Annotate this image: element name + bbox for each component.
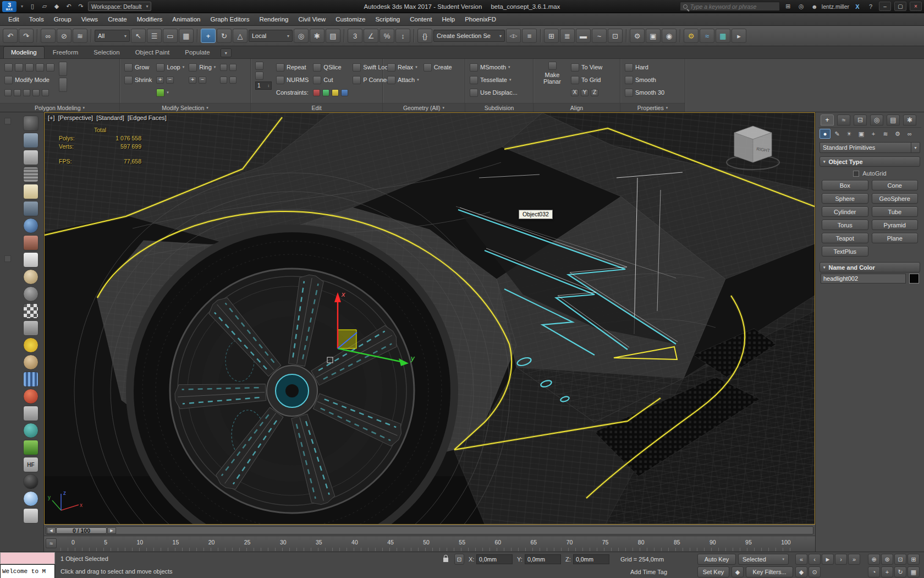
tweak-icon[interactable] bbox=[32, 89, 40, 96]
x-coordinate-field[interactable] bbox=[476, 554, 513, 564]
qslice-button[interactable]: QSlice bbox=[313, 62, 348, 73]
cone-button[interactable]: Cone bbox=[872, 180, 919, 190]
percent-snap-icon[interactable]: % bbox=[380, 29, 394, 43]
next-frame-button[interactable]: › bbox=[835, 554, 847, 565]
curve-editor-icon[interactable]: ~ bbox=[592, 29, 607, 43]
next-frame-button[interactable]: ▶ bbox=[107, 527, 116, 534]
red-sphere-icon[interactable] bbox=[23, 389, 38, 404]
set-key-icon[interactable]: ◆ bbox=[732, 566, 744, 577]
tab-modify[interactable]: ≈ bbox=[837, 114, 850, 126]
undo-icon[interactable]: ↶ bbox=[3, 29, 18, 43]
camera-view-icon[interactable] bbox=[23, 116, 38, 131]
dark-sphere-icon[interactable] bbox=[23, 474, 38, 489]
spinner-snap-icon[interactable]: ↕ bbox=[395, 29, 410, 43]
torus-button[interactable]: Torus bbox=[822, 220, 868, 230]
viewport-menu-shading[interactable]: [Edged Faces] bbox=[128, 114, 167, 121]
restore-button[interactable]: ▢ bbox=[894, 2, 906, 11]
category-geometry-icon[interactable]: ● bbox=[820, 129, 831, 139]
listener-macro-pane[interactable] bbox=[0, 552, 55, 564]
tab-utilities[interactable]: ✱ bbox=[903, 114, 916, 126]
pan-button[interactable]: + bbox=[881, 566, 893, 577]
align-z-button[interactable]: Z bbox=[591, 89, 598, 96]
viewport-menu-pov[interactable]: [Perspective] bbox=[58, 114, 94, 121]
ribbon-toggle-icon[interactable]: ▬ bbox=[576, 29, 591, 43]
ribbon-config-icon[interactable]: ▾ bbox=[221, 48, 232, 57]
polygon-mode-icon[interactable] bbox=[36, 63, 44, 72]
grid-icon[interactable] bbox=[23, 167, 38, 182]
rollout-header-name-color[interactable]: ▾ Name and Color bbox=[820, 262, 920, 272]
category-helpers-icon[interactable]: + bbox=[868, 129, 879, 139]
tiles-icon[interactable] bbox=[23, 372, 38, 387]
element-mode-icon[interactable] bbox=[46, 63, 54, 72]
make-planar-button[interactable]: Make Planar bbox=[538, 62, 566, 103]
zoom-extents-button[interactable]: ⊡ bbox=[894, 554, 906, 565]
ring-grow-button[interactable]: + bbox=[189, 77, 196, 84]
selection-region-icon[interactable]: ▭ bbox=[163, 29, 178, 43]
zoom-all-button[interactable]: ⊛ bbox=[881, 554, 893, 565]
time-slider-groove[interactable]: ◀ 0 / 100 ▶ bbox=[46, 526, 813, 535]
textplus-button[interactable]: TextPlus bbox=[822, 246, 868, 257]
select-and-manipulate-icon[interactable]: ✱ bbox=[310, 29, 324, 43]
max-logo-icon[interactable]: 3 MAX bbox=[2, 1, 16, 12]
phoenixfd-sim-icon[interactable]: ▦ bbox=[716, 29, 730, 43]
to-view-button[interactable]: To View bbox=[571, 62, 602, 73]
shrink-button[interactable]: Shrink bbox=[124, 74, 152, 85]
pencil-icon[interactable] bbox=[23, 406, 38, 421]
globe-icon[interactable] bbox=[23, 423, 38, 438]
repeat-button[interactable]: Repeat bbox=[276, 62, 309, 73]
teapot-button[interactable]: Teapot bbox=[822, 233, 868, 243]
time-slider-handle[interactable]: 0 / 100 bbox=[56, 527, 107, 534]
constraint-normal-icon[interactable] bbox=[341, 89, 348, 96]
menu-edit[interactable]: Edit bbox=[3, 13, 24, 25]
category-more-icon[interactable]: ∞ bbox=[904, 129, 915, 139]
render-production-icon[interactable]: ◉ bbox=[662, 29, 676, 43]
beige-sphere-icon[interactable] bbox=[23, 355, 38, 370]
menu-graph-editors[interactable]: Graph Editors bbox=[205, 13, 254, 25]
sky-sphere-icon[interactable] bbox=[23, 491, 38, 506]
dock-handle-icon[interactable] bbox=[4, 118, 11, 124]
close-button[interactable]: × bbox=[910, 2, 922, 11]
panel-footer-align[interactable]: Align bbox=[534, 103, 620, 112]
ring-shrink-button[interactable]: − bbox=[199, 77, 206, 84]
modify-mode-icon[interactable] bbox=[4, 76, 13, 84]
plane-icon[interactable] bbox=[23, 252, 38, 268]
zoom-button[interactable]: ⊕ bbox=[868, 554, 880, 565]
toolbar-overflow-icon[interactable]: ▸ bbox=[732, 29, 746, 43]
previous-frame-button[interactable]: ◀ bbox=[47, 527, 56, 534]
orbit-button[interactable]: ↻ bbox=[894, 566, 906, 577]
msmooth-button[interactable]: MSmooth ▾ bbox=[470, 62, 518, 73]
menu-phoenixfd[interactable]: PhoenixFD bbox=[460, 13, 501, 25]
selection-filter-dropdown[interactable]: All ▾ bbox=[95, 30, 130, 42]
redo-icon[interactable]: ↷ bbox=[19, 29, 34, 43]
soft-selection-icon[interactable] bbox=[59, 62, 67, 76]
blue-sphere-icon[interactable] bbox=[23, 218, 38, 233]
align-y-button[interactable]: Y bbox=[581, 89, 588, 96]
scene-explorer-icon[interactable]: ⊞ bbox=[544, 29, 559, 43]
hide-icon[interactable] bbox=[42, 89, 49, 96]
vertex-mode-icon[interactable] bbox=[4, 63, 13, 72]
auto-key-button[interactable]: Auto Key bbox=[697, 554, 736, 565]
dock-mini-icon[interactable] bbox=[4, 255, 11, 262]
search-input[interactable] bbox=[690, 3, 777, 10]
tube-button[interactable]: Tube bbox=[872, 206, 919, 217]
select-and-move-icon[interactable]: + bbox=[201, 29, 216, 43]
key-filters-button[interactable]: Key Filters... bbox=[746, 566, 793, 577]
tab-motion[interactable]: ◎ bbox=[870, 114, 883, 126]
select-by-name-icon[interactable]: ☰ bbox=[147, 29, 162, 43]
rendered-frame-window-icon[interactable]: ▣ bbox=[646, 29, 661, 43]
new-scene-icon[interactable]: ▯ bbox=[28, 2, 37, 12]
add-time-tag[interactable]: Add Time Tag bbox=[630, 569, 667, 575]
set-key-button[interactable]: Set Key bbox=[697, 566, 729, 577]
absolute-offset-toggle[interactable]: ⊡ bbox=[454, 554, 464, 565]
phoenixfd-liquid-icon[interactable]: ≈ bbox=[700, 29, 714, 43]
viewport-menu-render-style[interactable]: [Standard] bbox=[96, 114, 124, 121]
ribbon-tab-freeform[interactable]: Freeform bbox=[46, 47, 86, 58]
tab-create[interactable]: + bbox=[821, 114, 834, 126]
use-displacement-button[interactable]: Use Displac... bbox=[470, 87, 518, 98]
mirror-icon[interactable]: ◁▷ bbox=[506, 29, 521, 43]
loop-shrink-button[interactable]: − bbox=[166, 77, 174, 84]
minimize-button[interactable]: – bbox=[879, 2, 891, 11]
go-to-start-button[interactable]: « bbox=[795, 554, 807, 565]
relax-button[interactable]: Relax ▾ bbox=[387, 62, 419, 73]
edit-named-sets-icon[interactable]: {} bbox=[417, 29, 432, 43]
